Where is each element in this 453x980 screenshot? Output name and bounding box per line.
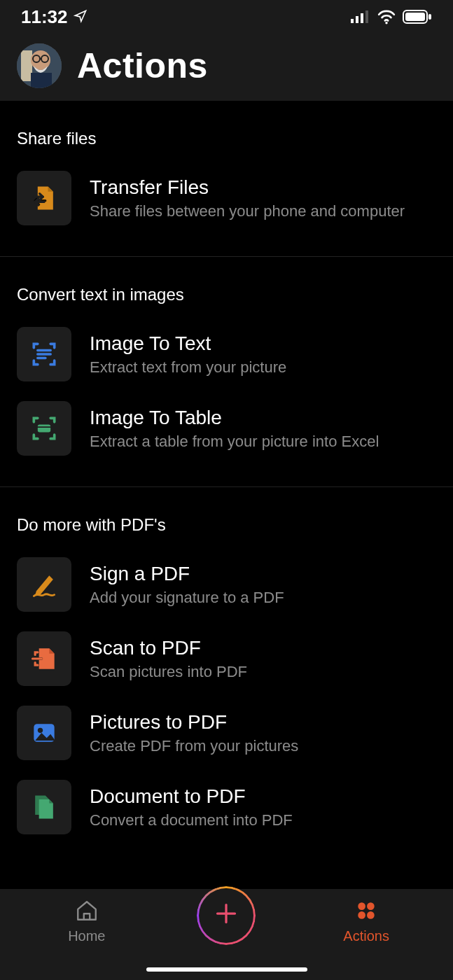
cellular-icon bbox=[351, 10, 370, 23]
action-title: Transfer Files bbox=[90, 176, 405, 200]
image-to-text-icon bbox=[17, 327, 71, 382]
header: Actions bbox=[0, 34, 453, 101]
page-title: Actions bbox=[77, 46, 208, 86]
svg-point-28 bbox=[358, 911, 365, 919]
svg-rect-9 bbox=[21, 50, 32, 81]
status-time: 11:32 bbox=[21, 6, 68, 28]
status-bar: 11:32 bbox=[0, 0, 453, 34]
status-left: 11:32 bbox=[21, 6, 88, 28]
status-right bbox=[351, 9, 432, 24]
transfer-files-icon bbox=[17, 171, 71, 225]
location-icon bbox=[74, 6, 88, 28]
action-subtitle: Extract a table from your picture into E… bbox=[90, 433, 379, 451]
svg-rect-2 bbox=[361, 13, 363, 23]
scan-to-pdf-icon bbox=[17, 631, 71, 686]
wifi-icon bbox=[377, 9, 396, 24]
tab-label: Home bbox=[68, 928, 105, 944]
svg-point-4 bbox=[385, 22, 387, 24]
section-title: Convert text in images bbox=[0, 285, 453, 317]
sign-pdf-icon bbox=[17, 557, 71, 612]
action-text: Document to PDF Convert a document into … bbox=[90, 785, 293, 830]
svg-rect-18 bbox=[38, 425, 50, 433]
pictures-to-pdf-icon bbox=[17, 706, 71, 760]
action-title: Image To Table bbox=[90, 406, 379, 430]
section-title: Share files bbox=[0, 129, 453, 161]
action-transfer-files[interactable]: Transfer Files Share files between your … bbox=[0, 161, 453, 235]
home-indicator[interactable] bbox=[146, 967, 307, 972]
action-text: Image To Text Extract text from your pic… bbox=[90, 332, 286, 377]
section-title: Do more with PDF's bbox=[0, 515, 453, 547]
section-pdf: Do more with PDF's Sign a PDF Add your s… bbox=[0, 487, 453, 865]
action-sign-pdf[interactable]: Sign a PDF Add your signature to a PDF bbox=[0, 547, 453, 622]
action-subtitle: Create PDF from your pictures bbox=[90, 737, 298, 755]
document-to-pdf-icon bbox=[17, 780, 71, 834]
battery-icon bbox=[403, 10, 432, 24]
svg-point-27 bbox=[367, 902, 375, 910]
action-title: Scan to PDF bbox=[90, 636, 247, 660]
home-icon bbox=[75, 899, 99, 925]
avatar[interactable] bbox=[17, 43, 62, 88]
action-image-to-table[interactable]: Image To Table Extract a table from your… bbox=[0, 391, 453, 465]
svg-point-26 bbox=[358, 902, 365, 910]
action-title: Document to PDF bbox=[90, 785, 293, 808]
svg-rect-1 bbox=[356, 16, 358, 23]
svg-point-23 bbox=[38, 728, 43, 733]
action-pictures-to-pdf[interactable]: Pictures to PDF Create PDF from your pic… bbox=[0, 696, 453, 770]
content: Share files Transfer Files Share fil bbox=[0, 101, 453, 865]
action-text: Scan to PDF Scan pictures into PDF bbox=[90, 636, 247, 681]
image-to-table-icon bbox=[17, 401, 71, 456]
svg-rect-7 bbox=[428, 14, 431, 20]
action-text: Transfer Files Share files between your … bbox=[90, 176, 405, 220]
action-image-to-text[interactable]: Image To Text Extract text from your pic… bbox=[0, 317, 453, 391]
svg-rect-0 bbox=[351, 19, 354, 23]
action-subtitle: Extract text from your picture bbox=[90, 358, 286, 377]
fab-add[interactable] bbox=[197, 886, 256, 945]
actions-icon bbox=[354, 899, 378, 925]
action-title: Pictures to PDF bbox=[90, 710, 298, 734]
svg-rect-6 bbox=[405, 13, 425, 21]
tab-actions[interactable]: Actions bbox=[303, 899, 429, 944]
action-title: Sign a PDF bbox=[90, 562, 284, 586]
svg-rect-3 bbox=[365, 10, 368, 23]
action-document-to-pdf[interactable]: Document to PDF Convert a document into … bbox=[0, 770, 453, 844]
svg-rect-14 bbox=[31, 73, 52, 88]
action-subtitle: Add your signature to a PDF bbox=[90, 589, 284, 607]
tab-label: Actions bbox=[343, 928, 389, 944]
svg-point-29 bbox=[367, 911, 375, 919]
tab-home[interactable]: Home bbox=[24, 899, 150, 944]
action-text: Sign a PDF Add your signature to a PDF bbox=[90, 562, 284, 607]
action-text: Pictures to PDF Create PDF from your pic… bbox=[90, 710, 298, 755]
section-share-files: Share files Transfer Files Share fil bbox=[0, 101, 453, 257]
action-subtitle: Convert a document into PDF bbox=[90, 811, 293, 830]
plus-icon bbox=[212, 899, 240, 932]
section-convert-text: Convert text in images Image To Text Ext… bbox=[0, 257, 453, 487]
action-title: Image To Text bbox=[90, 332, 286, 356]
tab-bar: Home Actions bbox=[0, 889, 453, 980]
action-subtitle: Share files between your phone and compu… bbox=[90, 202, 405, 220]
action-text: Image To Table Extract a table from your… bbox=[90, 406, 379, 451]
action-subtitle: Scan pictures into PDF bbox=[90, 663, 247, 681]
action-scan-to-pdf[interactable]: Scan to PDF Scan pictures into PDF bbox=[0, 622, 453, 696]
